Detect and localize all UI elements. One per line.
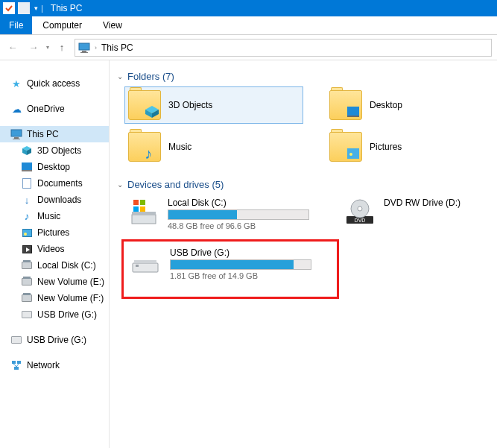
svg-point-32	[358, 206, 362, 211]
svg-rect-11	[12, 361, 16, 364]
usb-drive-icon	[130, 247, 162, 277]
cloud-icon: ☁	[10, 103, 22, 115]
forward-button[interactable]: →	[25, 40, 42, 56]
drive-tile-dvd[interactable]: DVD DVD RW Drive (D:)	[341, 195, 482, 233]
folder-tile-pictures[interactable]: Pictures	[326, 128, 452, 165]
sidebar-quick-access[interactable]: ★ Quick access	[0, 75, 109, 92]
breadcrumb-current[interactable]: This PC	[101, 42, 133, 53]
sidebar-label: USB Drive (G:)	[27, 335, 86, 345]
history-dropdown-icon[interactable]: ▾	[46, 44, 49, 51]
video-icon	[21, 243, 33, 255]
svg-line-15	[16, 364, 19, 367]
tab-view[interactable]: View	[92, 16, 133, 34]
sidebar-item-pictures[interactable]: Pictures	[0, 224, 109, 241]
sidebar-item-usb-drive[interactable]: USB Drive (G:)	[0, 306, 109, 323]
folder-label: Desktop	[370, 100, 402, 110]
picture-icon	[346, 147, 361, 160]
nav-bar: ← → ▾ ↑ › This PC	[0, 35, 497, 60]
svg-rect-3	[11, 130, 22, 136]
usb-icon	[10, 334, 22, 346]
sidebar-label: New Volume (F:)	[37, 293, 104, 303]
dvd-drive-icon: DVD	[344, 198, 376, 227]
svg-rect-33	[133, 263, 158, 272]
sidebar-label: Videos	[37, 244, 64, 254]
sidebar-item-volume-f[interactable]: New Volume (F:)	[0, 290, 109, 306]
drive-name: DVD RW Drive (D:)	[384, 198, 479, 208]
back-button[interactable]: ←	[4, 40, 21, 56]
content-pane: ⌄ Folders (7) 3D Objects Desktop ♪	[110, 60, 497, 448]
usb-icon	[21, 309, 33, 321]
up-button[interactable]: ↑	[54, 40, 70, 56]
qat-checkbox-icon[interactable]	[3, 2, 15, 14]
cube-icon	[145, 105, 159, 119]
sidebar-this-pc[interactable]: This PC	[0, 126, 109, 142]
svg-rect-5	[13, 139, 20, 139]
sidebar-item-desktop[interactable]: Desktop	[0, 159, 109, 175]
sidebar-label: USB Drive (G:)	[37, 309, 97, 320]
folder-tile-3d-objects[interactable]: 3D Objects	[124, 86, 303, 124]
sidebar-label: Quick access	[27, 78, 80, 89]
folder-label: Music	[168, 142, 191, 152]
group-header-drives[interactable]: ⌄ Devices and drives (5)	[117, 179, 490, 190]
qat-blank-icon[interactable]	[18, 2, 30, 14]
sidebar-usb-external[interactable]: USB Drive (G:)	[0, 332, 109, 348]
svg-rect-20	[347, 116, 359, 117]
group-header-label: Devices and drives (5)	[127, 179, 224, 190]
monitor-icon	[10, 128, 22, 140]
sidebar-item-volume-e[interactable]: New Volume (E:)	[0, 274, 109, 290]
svg-rect-0	[79, 43, 89, 50]
sidebar-label: Local Disk (C:)	[37, 260, 96, 271]
qat-dropdown-icon[interactable]: ▾	[34, 4, 38, 12]
music-icon: ♪	[145, 147, 159, 160]
disk-icon	[21, 276, 33, 288]
tab-computer[interactable]: Computer	[32, 16, 92, 34]
picture-icon	[21, 227, 33, 239]
document-icon	[21, 177, 33, 189]
svg-text:DVD: DVD	[355, 218, 366, 223]
folder-tile-music[interactable]: ♪ Music	[124, 128, 303, 165]
svg-rect-27	[133, 206, 139, 212]
svg-rect-19	[347, 107, 359, 116]
svg-rect-9	[22, 163, 32, 170]
sidebar-label: Pictures	[37, 227, 69, 238]
sidebar-label: OneDrive	[27, 104, 65, 114]
svg-rect-25	[133, 200, 139, 205]
chevron-right-icon[interactable]: ›	[95, 44, 97, 51]
svg-rect-35	[136, 265, 139, 267]
svg-rect-21	[347, 148, 359, 159]
this-pc-icon	[78, 42, 90, 54]
group-header-folders[interactable]: ⌄ Folders (7)	[117, 71, 490, 82]
nav-pane: ★ Quick access ☁ OneDrive This PC 3D Obj…	[0, 60, 110, 448]
sidebar-item-3d-objects[interactable]: 3D Objects	[0, 142, 109, 159]
sidebar-network[interactable]: Network	[0, 357, 109, 373]
address-bar[interactable]: › This PC	[75, 39, 492, 57]
highlighted-annotation: USB Drive (G:) 1.81 GB free of 14.9 GB	[121, 239, 339, 299]
svg-line-14	[13, 364, 16, 367]
window-title: This PC	[51, 3, 83, 13]
disk-icon	[21, 259, 33, 271]
cube-icon	[21, 145, 33, 157]
sidebar-item-videos[interactable]: Videos	[0, 241, 109, 257]
music-icon: ♪	[21, 210, 33, 222]
drive-tile-local-disk[interactable]: Local Disk (C:) 48.8 GB free of 96.6 GB	[124, 195, 318, 233]
folder-label: 3D Objects	[168, 100, 212, 110]
disk-icon	[21, 292, 33, 304]
svg-rect-28	[140, 206, 145, 212]
chevron-down-icon: ⌄	[117, 72, 123, 81]
sidebar-onedrive[interactable]: ☁ OneDrive	[0, 101, 109, 117]
sidebar-item-downloads[interactable]: ↓Downloads	[0, 192, 109, 208]
file-tab[interactable]: File	[0, 16, 32, 34]
group-header-label: Folders (7)	[127, 71, 174, 82]
network-icon	[10, 359, 22, 371]
sidebar-item-music[interactable]: ♪Music	[0, 208, 109, 224]
svg-point-22	[349, 153, 352, 156]
folder-label: Pictures	[370, 142, 402, 152]
drive-free-text: 1.81 GB free of 14.9 GB	[170, 271, 317, 280]
sidebar-item-documents[interactable]: Documents	[0, 175, 109, 192]
folder-tile-desktop[interactable]: Desktop	[326, 86, 452, 124]
svg-rect-10	[22, 170, 32, 171]
sidebar-item-local-disk[interactable]: Local Disk (C:)	[0, 257, 109, 274]
drive-tile-usb[interactable]: USB Drive (G:) 1.81 GB free of 14.9 GB	[127, 244, 320, 283]
svg-rect-26	[140, 200, 145, 205]
windows-drive-icon	[127, 198, 160, 227]
